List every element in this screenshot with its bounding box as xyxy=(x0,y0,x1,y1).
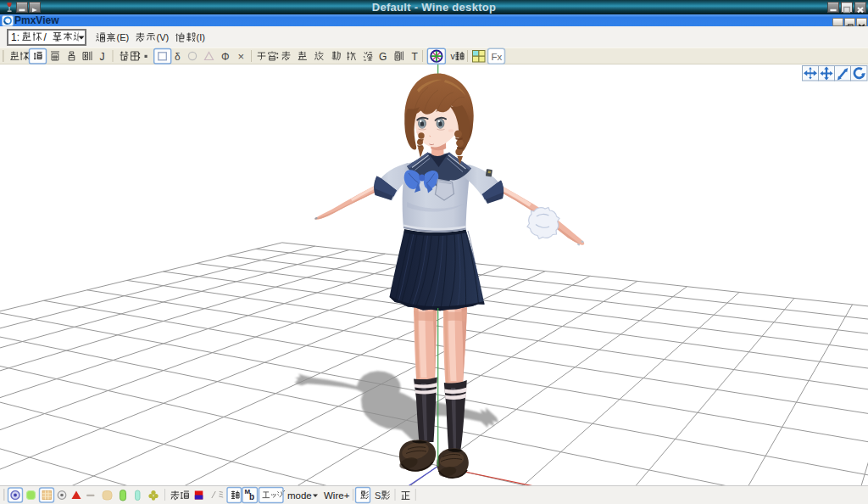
svg-text:J: J xyxy=(100,51,105,63)
svg-text:G: G xyxy=(379,51,387,63)
svg-text:Φ: Φ xyxy=(221,51,230,63)
svg-text:(E): (E) xyxy=(117,32,130,42)
svg-text:Fx: Fx xyxy=(492,52,503,62)
svg-text:v: v xyxy=(451,51,456,61)
svg-text:S: S xyxy=(375,490,381,501)
svg-text:δ: δ xyxy=(175,51,181,63)
svg-text:Wire+: Wire+ xyxy=(324,490,350,501)
svg-text:T: T xyxy=(412,51,419,63)
svg-text:×: × xyxy=(238,50,245,63)
svg-text:mode: mode xyxy=(287,490,312,501)
svg-text:b: b xyxy=(249,492,254,501)
svg-text:(I): (I) xyxy=(197,32,205,42)
svg-text:(V): (V) xyxy=(157,32,170,42)
